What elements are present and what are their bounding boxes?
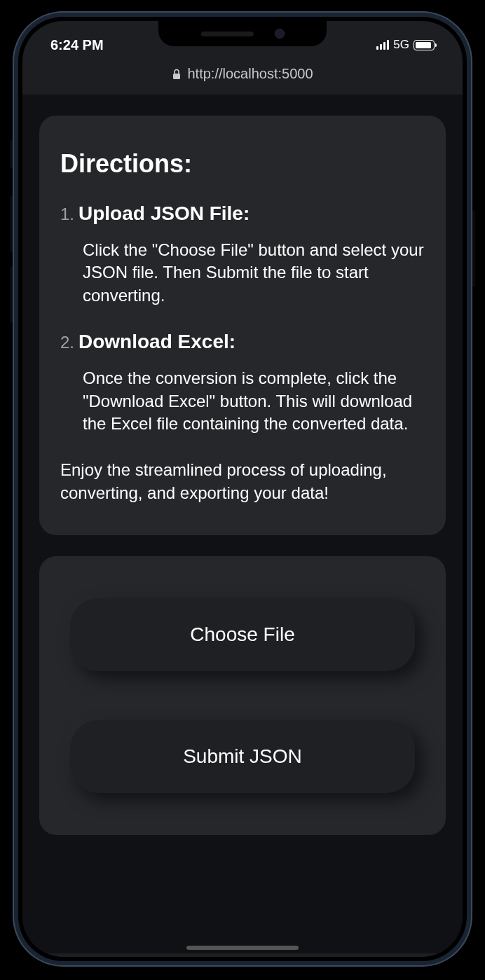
step-2-heading-row: 2. Download Excel: [60,331,425,353]
phone-notch [158,21,327,46]
speaker-grill [201,32,254,36]
page-content: Directions: 1. Upload JSON File: Click t… [22,95,463,953]
network-type-label: 5G [393,38,409,52]
home-indicator[interactable] [186,946,299,950]
submit-json-button[interactable]: Submit JSON [70,720,415,793]
status-time: 6:24 PM [50,37,104,53]
phone-screen: 6:24 PM 5G http://localhost:5000 [22,21,463,957]
step-1-number: 1. [60,202,74,225]
step-2-body: Once the conversion is complete, click t… [83,367,425,435]
browser-url-bar[interactable]: http://localhost:5000 [22,57,463,95]
battery-icon [414,40,435,50]
step-1-body: Click the "Choose File" button and selec… [83,239,425,307]
directions-footer: Enjoy the streamlined process of uploadi… [60,459,425,504]
step-2-number: 2. [60,331,74,353]
status-right-cluster: 5G [376,38,435,52]
step-1-heading-row: 1. Upload JSON File: [60,202,425,225]
actions-card: Choose File Submit JSON [39,556,446,835]
directions-title: Directions: [60,149,425,179]
svg-rect-0 [173,74,180,79]
battery-fill [416,42,431,48]
signal-icon [376,40,389,50]
lock-icon [172,69,182,80]
phone-bezel: 6:24 PM 5G http://localhost:5000 [18,17,467,961]
phone-frame: 6:24 PM 5G http://localhost:5000 [14,13,471,965]
choose-file-button[interactable]: Choose File [70,598,415,671]
step-2-heading: Download Excel: [78,331,235,353]
directions-card: Directions: 1. Upload JSON File: Click t… [39,116,446,535]
url-text: http://localhost:5000 [187,66,313,82]
front-camera [275,29,285,39]
step-1-heading: Upload JSON File: [78,202,250,225]
side-button-power [471,210,475,287]
